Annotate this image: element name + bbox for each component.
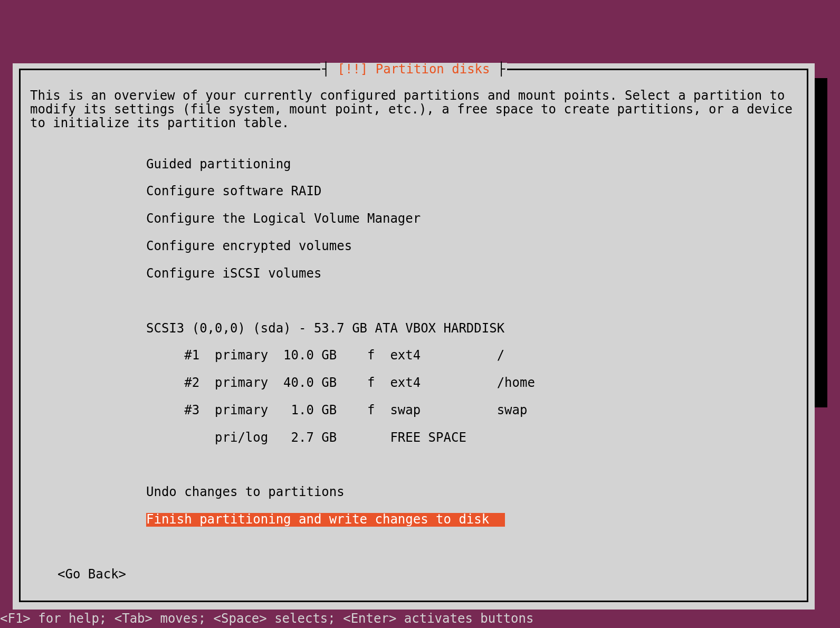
dialog-title-inner: ┤ [!!] Partition disks ├: [320, 63, 508, 77]
menu-configure-raid[interactable]: Configure software RAID: [146, 185, 797, 198]
partition-1[interactable]: #1 primary 10.0 GB f ext4 /: [146, 349, 797, 363]
menu-configure-encrypted[interactable]: Configure encrypted volumes: [146, 240, 797, 253]
menu-finish-partitioning[interactable]: Finish partitioning and write changes to…: [146, 513, 797, 527]
dialog-description: This is an overview of your currently co…: [30, 89, 797, 130]
menu-spacer: [146, 294, 797, 308]
menu-block: Guided partitioning Configure software R…: [146, 144, 797, 554]
menu-configure-iscsi[interactable]: Configure iSCSI volumes: [146, 267, 797, 281]
go-back-button[interactable]: <Go Back>: [58, 568, 797, 582]
partition-3[interactable]: #3 primary 1.0 GB f swap swap: [146, 404, 797, 417]
partition-free-space[interactable]: pri/log 2.7 GB FREE SPACE: [146, 431, 797, 445]
device-header[interactable]: SCSI3 (0,0,0) (sda) - 53.7 GB ATA VBOX H…: [146, 322, 797, 336]
menu-guided-partitioning[interactable]: Guided partitioning: [146, 158, 797, 172]
dialog-frame: ┤ [!!] Partition disks ├ This is an over…: [19, 69, 808, 602]
menu-finish-partitioning-label: Finish partitioning and write changes to…: [146, 513, 505, 527]
menu-undo-changes[interactable]: Undo changes to partitions: [146, 486, 797, 499]
menu-configure-lvm[interactable]: Configure the Logical Volume Manager: [146, 212, 797, 226]
title-tick-right: ├: [490, 62, 505, 77]
status-bar: <F1> for help; <Tab> moves; <Space> sele…: [0, 612, 533, 626]
dialog-title-wrap: ┤ [!!] Partition disks ├: [21, 63, 807, 77]
partition-2[interactable]: #2 primary 40.0 GB f ext4 /home: [146, 376, 797, 390]
title-tick-left: ┤: [322, 62, 338, 77]
menu-spacer-2: [146, 459, 797, 472]
partition-dialog: ┤ [!!] Partition disks ├ This is an over…: [13, 63, 815, 610]
dialog-title: [!!] Partition disks: [338, 62, 490, 77]
